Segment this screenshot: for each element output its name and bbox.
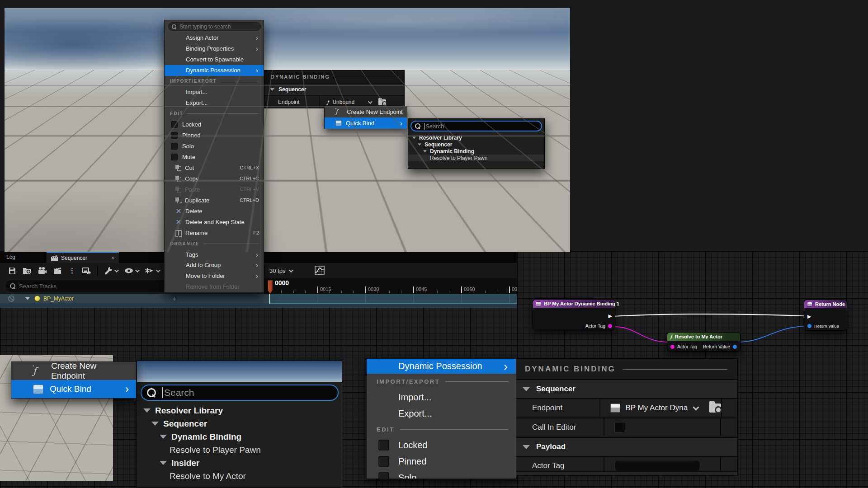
menu-item-create-new-endpoint[interactable]: *ƒ Create New Endpoint — [11, 362, 136, 380]
section-sequencer[interactable]: Sequencer — [264, 83, 404, 95]
menu-item-delete[interactable]: ✕Delete — [165, 206, 264, 216]
panel-header: DYNAMIC BINDING — [516, 359, 737, 379]
popup-search-input[interactable]: Search — [141, 385, 339, 401]
add-section-button[interactable]: + — [173, 295, 177, 302]
menu-item-dynamic-possession[interactable]: Dynamic Possession› — [165, 65, 264, 76]
menu-item-import[interactable]: Import... — [367, 389, 516, 405]
save-button[interactable] — [8, 267, 16, 275]
call-in-editor-checkbox[interactable] — [614, 422, 625, 433]
node-bp-my-actor-dynamic-binding[interactable]: BP My Actor Dynamic Binding 1 ▶ Actor Ta… — [533, 299, 615, 330]
node-return[interactable]: Return Node ▶ Return Value — [804, 300, 847, 331]
checkbox[interactable] — [378, 472, 389, 479]
menu-item-add-to-group[interactable]: Add to Group› — [165, 260, 264, 271]
node-title: Resolve to My Actor — [675, 334, 722, 339]
menu-item-import[interactable]: Import... — [165, 87, 264, 98]
endpoint-dropdown[interactable]: BP My Actor Dyna — [600, 399, 722, 417]
timeline-ruler[interactable]: 0000 0015 0030 0045 0060 00 — [264, 278, 517, 294]
node-header[interactable]: ƒ Resolve to My Actor — [667, 333, 740, 341]
magenta-pin-icon[interactable] — [608, 324, 612, 328]
tree-item-resolve-to-player-pawn[interactable]: Resolve to Player Pawn — [408, 155, 544, 161]
open-sequence-button[interactable] — [23, 267, 32, 275]
thumbnail-options-button[interactable] — [82, 267, 91, 275]
menu-item-export[interactable]: Export... — [367, 405, 516, 422]
menu-item-export[interactable]: Export... — [165, 98, 264, 108]
menu-item-binding-properties[interactable]: Binding Properties› — [165, 43, 264, 54]
chevron-right-icon: › — [256, 67, 258, 74]
view-options-eye-dropdown[interactable] — [124, 267, 138, 275]
tree-item-insider[interactable]: Insider — [137, 456, 342, 469]
tab-log[interactable]: Log — [6, 254, 15, 260]
menu-item-dynamic-possession[interactable]: Dynamic Possession › — [367, 359, 516, 374]
tree-item-sequencer[interactable]: Sequencer — [137, 417, 342, 430]
return-value-output-pin[interactable]: Return Value — [703, 344, 737, 349]
settings-wrench-dropdown[interactable] — [104, 266, 118, 275]
actor-tag-output-pin[interactable]: Actor Tag — [585, 323, 612, 328]
menu-item-solo[interactable]: Solo — [367, 469, 516, 479]
menu-item-solo[interactable]: Solo — [165, 141, 264, 152]
menu-search-input[interactable]: Start typing to search — [168, 22, 261, 31]
menu-item-assign-actor[interactable]: Assign Actor› — [165, 33, 264, 43]
fps-dropdown[interactable]: 30 fps — [269, 263, 292, 278]
track-collapse-arrow[interactable] — [25, 297, 30, 300]
tree-item-resolve-to-my-actor[interactable]: Resolve to My Actor — [137, 469, 342, 483]
menu-item-copy[interactable]: CopyCTRL+C — [165, 173, 264, 184]
actor-tag-input[interactable] — [614, 460, 700, 472]
blue-pin-icon[interactable] — [807, 324, 811, 328]
playback-options-dropdown[interactable] — [145, 267, 159, 275]
menu-item-quick-bind[interactable]: Quick Bind › — [325, 117, 407, 129]
checkbox[interactable] — [171, 143, 178, 150]
menu-item-pinned[interactable]: Pinned — [367, 453, 516, 469]
track-section-bar[interactable] — [269, 294, 517, 304]
mute-deactivate-icon[interactable] — [8, 296, 14, 302]
tree-item-sequencer[interactable]: Sequencer — [408, 141, 544, 148]
checkbox[interactable] — [171, 132, 178, 139]
menu-item-locked[interactable]: Locked — [367, 437, 516, 453]
exec-output-pin[interactable]: ▶ — [609, 314, 612, 319]
tab-sequencer[interactable]: Sequencer × — [47, 252, 119, 263]
menu-item-rename[interactable]: RenameF2 — [165, 227, 264, 238]
node-header[interactable]: BP My Actor Dynamic Binding 1 — [533, 300, 615, 308]
browse-folder-icon[interactable] — [709, 404, 721, 413]
node-resolve-to-my-actor[interactable]: ƒ Resolve to My Actor Actor Tag Return V… — [667, 332, 741, 352]
menu-item-cut[interactable]: CutCTRL+X — [165, 162, 264, 173]
track-name[interactable]: BP_MyActor — [43, 296, 74, 302]
menu-item-locked[interactable]: Locked — [165, 119, 264, 130]
menu-item-delete-keep-state[interactable]: ✕Delete and Keep State — [165, 216, 264, 227]
magenta-pin-icon[interactable] — [670, 345, 675, 349]
menu-item-duplicate[interactable]: +DuplicateCTRL+D — [165, 195, 264, 206]
menu-item-mute[interactable]: Mute — [165, 151, 264, 162]
menu-item-quick-bind[interactable]: Quick Bind › — [11, 380, 136, 398]
menu-item-pinned[interactable]: Pinned — [165, 130, 264, 141]
checkbox[interactable] — [378, 456, 389, 467]
blue-pin-icon[interactable] — [733, 345, 737, 349]
tree-item-dynamic-binding[interactable]: Dynamic Binding — [137, 430, 342, 443]
triangle-down-icon — [523, 445, 530, 449]
checkbox[interactable] — [378, 440, 389, 450]
menu-item-tags[interactable]: Tags› — [165, 249, 264, 260]
camera-button[interactable] — [38, 267, 47, 275]
tree-item-resolver-library[interactable]: Resolver Library — [408, 134, 544, 141]
menu-section-import-export: IMPORT/EXPORT — [165, 76, 264, 87]
chevron-right-icon: › — [256, 272, 258, 279]
checkbox[interactable] — [171, 121, 178, 128]
return-value-input-pin[interactable]: Return Value — [807, 324, 839, 328]
actor-tag-input-pin[interactable]: Actor Tag — [670, 344, 697, 349]
menu-item-create-new-endpoint[interactable]: *ƒ Create New Endpoint — [325, 106, 407, 117]
curve-editor-button[interactable] — [315, 266, 325, 275]
popup-search-input[interactable]: Search — [410, 121, 542, 131]
menu-item-move-to-folder[interactable]: Move to Folder› — [165, 271, 264, 282]
menu-item-convert-to-spawnable[interactable]: Convert to Spawnable — [165, 54, 264, 65]
tree-item-dynamic-binding[interactable]: Dynamic Binding — [408, 148, 544, 155]
section-payload[interactable]: Payload — [516, 437, 737, 456]
exec-input-pin[interactable]: ▶ — [807, 314, 811, 319]
blueprint-class-icon — [610, 404, 620, 413]
section-sequencer[interactable]: Sequencer — [516, 379, 737, 398]
render-movie-button[interactable] — [53, 267, 62, 275]
tab-close-icon[interactable]: × — [111, 255, 114, 261]
browse-folder-icon[interactable] — [378, 99, 386, 105]
node-header[interactable]: Return Node — [804, 300, 847, 308]
tree-item-resolver-library[interactable]: Resolver Library — [137, 404, 342, 417]
checkbox[interactable] — [171, 154, 178, 160]
tree-item-resolve-to-player-pawn[interactable]: Resolve to Player Pawn — [137, 443, 342, 456]
kebab-menu-icon[interactable]: ⋮ — [69, 267, 75, 275]
